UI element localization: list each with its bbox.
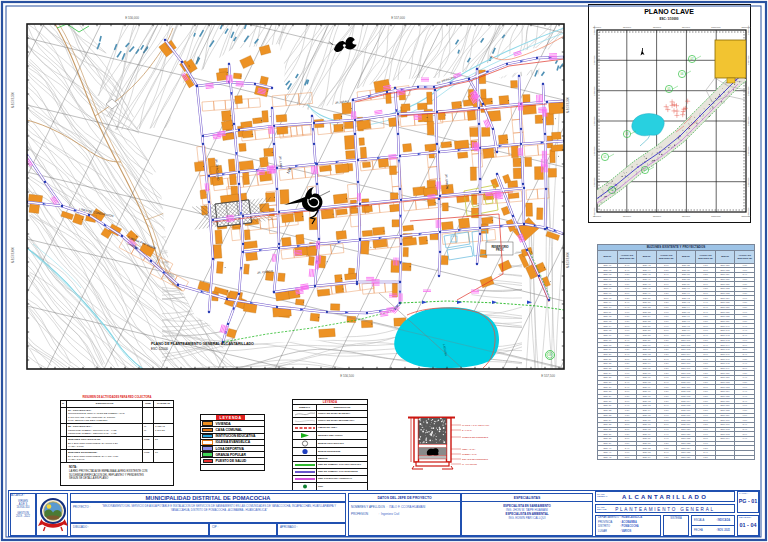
svg-text:8564000: 8564000 (593, 146, 596, 156)
svg-text:8565000: 8565000 (593, 116, 596, 126)
svg-text:E 557,500: E 557,500 (541, 374, 555, 378)
svg-text:PLANO CLAVE: PLANO CLAVE (644, 8, 694, 15)
svg-text:8568000: 8568000 (747, 25, 750, 35)
svg-text:557000: 557000 (623, 215, 632, 218)
svg-text:8568000: 8568000 (593, 25, 596, 35)
svg-text:PROY.: PROY. (496, 248, 504, 252)
svg-text:558000: 558000 (653, 26, 662, 29)
svg-text:8562000: 8562000 (593, 207, 596, 217)
svg-text:MEDIA CANA: MEDIA CANA (462, 448, 476, 450)
svg-text:8564000: 8564000 (747, 146, 750, 156)
svg-text:CUERPO DE CONCRETO: CUERPO DE CONCRETO (462, 436, 488, 438)
svg-text:5510000: 5510000 (711, 215, 721, 218)
svg-text:8565000: 8565000 (747, 116, 750, 126)
svg-text:8562000: 8562000 (747, 207, 750, 217)
svg-text:E 556,000: E 556,000 (125, 16, 139, 20)
svg-text:ESC: 1/2000: ESC: 1/2000 (151, 347, 168, 351)
svg-text:N 8,566,000: N 8,566,000 (11, 247, 15, 264)
svg-text:558000: 558000 (653, 215, 662, 218)
svg-text:E 556,500: E 556,500 (340, 374, 354, 378)
svg-text:N 8,566,000: N 8,566,000 (566, 252, 570, 269)
svg-text:559000: 559000 (682, 215, 691, 218)
svg-text:RESERVORIO: RESERVORIO (491, 245, 508, 249)
svg-text:5510000: 5510000 (711, 26, 721, 29)
svg-text:8563000: 8563000 (593, 177, 596, 187)
svg-text:8567000: 8567000 (593, 55, 596, 65)
svg-text:D=0.60 m: D=0.60 m (462, 429, 472, 431)
svg-text:559000: 559000 (682, 26, 691, 29)
svg-text:ESC: 1/10000: ESC: 1/10000 (660, 17, 679, 21)
svg-text:SOLADO DE CONCRETO: SOLADO DE CONCRETO (462, 458, 488, 460)
svg-text:N 8,566,500: N 8,566,500 (566, 97, 570, 114)
svg-text:E 557,000: E 557,000 (391, 16, 405, 20)
svg-text:8567000: 8567000 (747, 55, 750, 65)
svg-text:MARCO Y TAPA DE Fo Fdo: MARCO Y TAPA DE Fo Fdo (462, 424, 490, 426)
svg-text:8566000: 8566000 (747, 86, 750, 96)
svg-text:f'c=140 kg/cm2: f'c=140 kg/cm2 (462, 463, 477, 465)
svg-text:8563000: 8563000 (747, 177, 750, 187)
svg-text:TUBERIA PVC: TUBERIA PVC (462, 453, 477, 455)
svg-text:PLANO DE PLANTEAMIENTO GENERAL: PLANO DE PLANTEAMIENTO GENERAL ALCANTARI… (151, 342, 254, 346)
svg-text:09: 09 (548, 353, 552, 357)
svg-text:N 8,566,500: N 8,566,500 (11, 92, 15, 109)
svg-text:557000: 557000 (623, 26, 632, 29)
svg-text:8566000: 8566000 (593, 86, 596, 96)
